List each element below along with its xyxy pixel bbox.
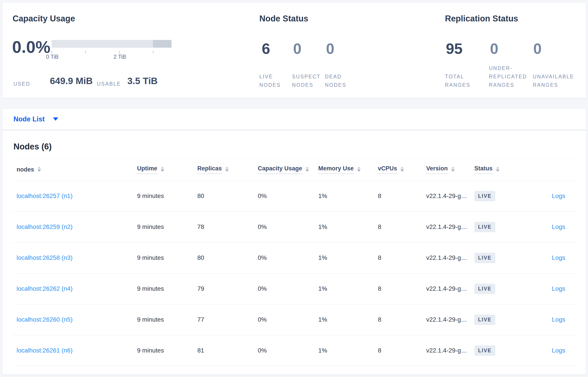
uptime-cell: 9 minutes [137, 304, 164, 335]
replicas-cell: 79 [197, 273, 204, 304]
column-header-memory-use[interactable]: Memory Use [318, 158, 361, 181]
vcpus-cell: 8 [378, 304, 381, 335]
status-badge: LIVE [474, 191, 495, 201]
sort-icon [225, 167, 229, 172]
logs-link[interactable]: Logs [552, 223, 565, 230]
logs-link[interactable]: Logs [552, 285, 565, 292]
usable-value: 3.5 TiB [127, 76, 158, 86]
capacity-usage-title: Capacity Usage [12, 14, 75, 24]
replicas-cell: 81 [197, 335, 204, 366]
capacity-used-percent: 0.0% [12, 39, 50, 55]
node-address-link[interactable]: localhost:26259 (n2) [17, 223, 73, 230]
table-row: localhost:26257 (n1) 9 minutes 80 0% 1% … [12, 181, 578, 212]
dead-nodes-label: DEAD NODES [325, 72, 346, 89]
replicas-cell: 77 [197, 304, 204, 335]
capacity-usage-bar [52, 40, 172, 48]
status-badge: LIVE [474, 345, 495, 356]
usable-label: USABLE [97, 80, 121, 88]
table-header-row: nodes Uptime Replicas Capacity Usage Mem… [12, 158, 578, 181]
version-cell: v22.1.4-29-g… [426, 304, 467, 335]
column-header-vcpus[interactable]: vCPUs [378, 158, 404, 181]
memory-cell: 1% [318, 181, 327, 212]
axis-tick [52, 50, 52, 53]
node-list-dropdown-label: Node List [13, 115, 45, 123]
node-address-link[interactable]: localhost:26262 (n4) [17, 285, 73, 292]
sort-icon [37, 167, 41, 172]
uptime-cell: 9 minutes [137, 212, 164, 242]
memory-cell: 1% [318, 242, 327, 273]
caret-down-icon [53, 118, 58, 121]
column-header-uptime[interactable]: Uptime [137, 158, 164, 181]
axis-tick [119, 50, 120, 53]
version-cell: v22.1.4-29-g… [426, 212, 467, 242]
version-cell: v22.1.4-29-g… [426, 335, 467, 366]
vcpus-cell: 8 [378, 212, 381, 242]
logs-link[interactable]: Logs [552, 316, 565, 323]
column-header-status[interactable]: Status [474, 158, 499, 181]
sort-icon [400, 167, 404, 172]
vcpus-cell: 8 [378, 242, 381, 273]
column-header-replicas[interactable]: Replicas [197, 158, 229, 181]
vcpus-cell: 8 [378, 181, 381, 212]
memory-cell: 1% [318, 335, 327, 366]
view-selector-bar: Node List [2, 108, 586, 130]
live-nodes-count: 6 [262, 41, 270, 56]
axis-tick [85, 50, 86, 53]
dead-nodes-count: 0 [326, 41, 334, 56]
table-row: localhost:26262 (n4) 9 minutes 79 0% 1% … [12, 273, 578, 304]
table-row: localhost:26261 (n6) 9 minutes 81 0% 1% … [12, 335, 578, 366]
table-row: localhost:26259 (n2) 9 minutes 78 0% 1% … [12, 212, 578, 243]
unavailable-ranges-label: UNAVAILABLE RANGES [533, 72, 574, 89]
axis-tick [153, 50, 153, 53]
sort-icon [451, 167, 455, 172]
sort-icon [496, 167, 499, 172]
replication-status-title: Replication Status [445, 14, 518, 24]
column-header-nodes[interactable]: nodes [17, 158, 41, 181]
column-header-capacity-usage[interactable]: Capacity Usage [258, 158, 309, 181]
suspect-nodes-label: SUSPECT NODES [292, 72, 321, 89]
memory-cell: 1% [318, 212, 327, 242]
unavailable-count: 0 [533, 41, 542, 56]
node-address-link[interactable]: localhost:26257 (n1) [17, 192, 73, 200]
column-header-version[interactable]: Version [426, 158, 455, 181]
total-ranges-count: 95 [446, 41, 463, 56]
capacity-bar-reserved-fill [153, 40, 172, 48]
node-address-link[interactable]: localhost:26258 (n3) [17, 254, 73, 261]
node-list-dropdown[interactable]: Node List [13, 115, 58, 123]
uptime-cell: 9 minutes [137, 335, 164, 366]
replicas-cell: 78 [197, 212, 204, 242]
table-row: localhost:26260 (n5) 9 minutes 77 0% 1% … [12, 304, 578, 335]
axis-tick-label-2: 2 TiB [114, 54, 126, 60]
vcpus-cell: 8 [378, 273, 381, 304]
logs-link[interactable]: Logs [552, 192, 565, 200]
sort-icon [161, 167, 164, 172]
total-ranges-label: TOTAL RANGES [445, 72, 470, 89]
capacity-cell: 0% [258, 242, 267, 273]
memory-cell: 1% [318, 273, 327, 304]
status-badge: LIVE [474, 284, 495, 294]
capacity-cell: 0% [258, 212, 267, 242]
capacity-cell: 0% [258, 304, 267, 335]
node-address-link[interactable]: localhost:26261 (n6) [17, 347, 73, 354]
logs-link[interactable]: Logs [552, 347, 565, 354]
status-badge: LIVE [474, 315, 495, 325]
uptime-cell: 9 minutes [137, 181, 164, 212]
status-badge: LIVE [474, 253, 495, 263]
nodes-table-panel: Nodes (6) nodes Uptime Replicas Capacity… [2, 130, 586, 375]
node-address-link[interactable]: localhost:26260 (n5) [17, 316, 73, 323]
sort-icon [306, 167, 309, 172]
sort-icon [357, 167, 361, 172]
replicas-cell: 80 [197, 181, 204, 212]
logs-link[interactable]: Logs [552, 254, 565, 261]
live-nodes-label: LIVE NODES [259, 72, 281, 89]
capacity-cell: 0% [258, 273, 267, 304]
used-label: USED [13, 80, 30, 88]
version-cell: v22.1.4-29-g… [426, 181, 467, 212]
uptime-cell: 9 minutes [137, 242, 164, 273]
capacity-cell: 0% [258, 181, 267, 212]
uptime-cell: 9 minutes [137, 273, 164, 304]
replicas-cell: 80 [197, 242, 204, 273]
suspect-nodes-count: 0 [293, 41, 302, 56]
memory-cell: 1% [318, 304, 327, 335]
node-status-title: Node Status [259, 14, 308, 24]
